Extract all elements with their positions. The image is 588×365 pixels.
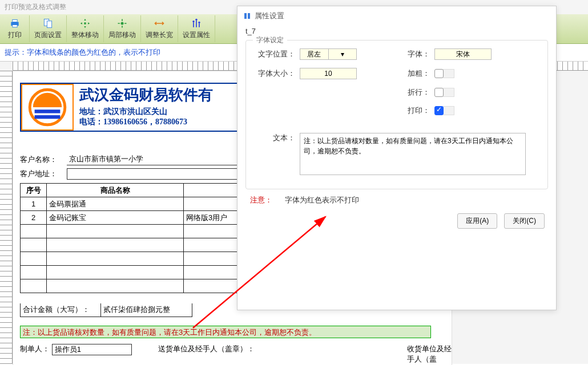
company-logo xyxy=(21,84,74,131)
svg-point-8 xyxy=(195,19,197,21)
company-text: 武汉金码财易软件有 地址：武汉市洪山区关山 电话：13986160656，878… xyxy=(74,84,219,131)
svg-rect-5 xyxy=(84,22,86,24)
company-address-line: 地址：武汉市洪山区关山 xyxy=(79,107,213,117)
address-value: 武汉市洪山区关山 xyxy=(103,107,167,116)
toolbar-move-part[interactable]: 局部移动 xyxy=(104,15,141,42)
cell-no: 2 xyxy=(21,211,47,225)
fieldset-legend: 字体设定 xyxy=(253,35,287,45)
dialog-buttons: 应用(A) 关闭(C) xyxy=(237,213,556,236)
toolbar-label: 局部移动 xyxy=(108,30,136,40)
cell-no: 1 xyxy=(21,197,47,211)
font-label: 字体： xyxy=(407,49,434,59)
printer-icon xyxy=(9,18,21,29)
dialog-title: 属性设置 xyxy=(255,11,284,21)
company-tel-line: 电话：13986160656，87880673 xyxy=(79,117,213,127)
footer-remark[interactable]: 注：以上货品请核对数量，如有质量问题，请在3天工作日内通知本公司，逾期恕不负责。 xyxy=(20,326,431,338)
customer-name-label: 客户名称： xyxy=(20,155,67,165)
maker-value: 操作员1 xyxy=(52,344,132,355)
maker-field: 制单人： 操作员1 xyxy=(20,344,132,355)
note-label: 注意： xyxy=(250,196,272,204)
logo-icon xyxy=(27,87,67,127)
checkbox-pad xyxy=(443,88,454,97)
size-label: 字体大小： xyxy=(255,68,300,79)
text-label: 文本： xyxy=(255,133,300,143)
close-button[interactable]: 关闭(C) xyxy=(504,213,545,229)
svg-rect-14 xyxy=(248,13,250,19)
property-icon xyxy=(191,18,202,29)
row-size-bold: 字体大小： 10 加粗： xyxy=(255,68,538,79)
property-dialog: 属性设置 t_7 字体设定 文字位置： 居左 ▾ 字体： 宋体 字体大小： 10 xyxy=(237,6,557,310)
receive-label: 收货单位及经手人（盖章）： xyxy=(407,344,452,365)
svg-rect-1 xyxy=(12,19,17,22)
bold-label: 加粗： xyxy=(407,68,434,79)
checkbox-pad xyxy=(443,106,454,115)
toolbar-resize[interactable]: 调整长宽 xyxy=(141,15,178,42)
wrap-label: 折行： xyxy=(407,87,434,98)
ruler-vertical xyxy=(0,71,13,364)
row-wrap: 折行： xyxy=(255,87,538,98)
company-name: 武汉金码财易软件有 xyxy=(79,85,213,105)
toolbar-page-setup[interactable]: 页面设置 xyxy=(30,15,67,42)
cell-name: 金码票据通 xyxy=(47,197,184,211)
resize-icon xyxy=(154,18,165,29)
row-position-font: 文字位置： 居左 ▾ 字体： 宋体 xyxy=(255,48,538,60)
dialog-title-bar[interactable]: 属性设置 xyxy=(237,6,556,26)
row-text: 文本： 注：以上货品请核对数量，如有质量问题，请在3天工作日内通知本公司，逾期恕… xyxy=(255,133,538,175)
move-all-icon xyxy=(79,18,91,29)
note-text: 字体为红色表示不打印 xyxy=(285,196,359,204)
pos-label: 文字位置： xyxy=(255,49,300,59)
page-icon xyxy=(42,18,54,29)
receive-field: 收货单位及经手人（盖章）： xyxy=(407,344,452,365)
row-print: 打印： xyxy=(255,106,538,116)
bold-checkbox[interactable] xyxy=(434,69,444,78)
chevron-down-icon: ▾ xyxy=(328,49,357,59)
col-name: 商品名称 xyxy=(47,184,184,197)
toolbar-move-all[interactable]: 整体移动 xyxy=(67,15,104,42)
font-name-field[interactable]: 宋体 xyxy=(434,48,492,60)
maker-label: 制单人： xyxy=(20,344,50,353)
address-label: 地址： xyxy=(79,107,103,116)
app-icon xyxy=(243,12,251,20)
toolbar-label: 设置属性 xyxy=(183,30,210,40)
text-content-field[interactable]: 注：以上货品请核对数量，如有质量问题，请在3天工作日内通知本公司，逾期恕不负责。 xyxy=(300,133,526,175)
total-label: 合计金额（大写）： xyxy=(20,303,101,317)
toolbar-label: 打印 xyxy=(8,30,22,40)
deliver-label: 送货单位及经手人（盖章）： xyxy=(158,344,255,353)
print-checkbox[interactable] xyxy=(434,106,444,115)
customer-name-row: 客户名称： 京山市新市镇第一小学 xyxy=(20,154,238,165)
cell-name: 金码记账宝 xyxy=(47,211,184,225)
apply-button[interactable]: 应用(A) xyxy=(457,213,497,229)
svg-rect-11 xyxy=(35,110,61,113)
svg-rect-4 xyxy=(47,21,51,28)
tel-label: 电话： xyxy=(79,117,103,126)
toolbar-print[interactable]: 打印 xyxy=(0,15,30,42)
combo-value: 居左 xyxy=(300,50,328,59)
toolbar-label: 调整长宽 xyxy=(146,30,173,40)
font-fieldset: 字体设定 文字位置： 居左 ▾ 字体： 宋体 字体大小： 10 加粗： xyxy=(245,40,548,189)
print-label: 打印： xyxy=(407,106,434,116)
col-no: 序号 xyxy=(21,184,47,197)
dialog-note: 注意： 字体为红色表示不打印 xyxy=(250,195,543,205)
font-size-field[interactable]: 10 xyxy=(300,68,357,79)
move-part-icon xyxy=(116,18,128,29)
checkbox-pad xyxy=(443,69,454,78)
svg-rect-13 xyxy=(244,13,247,19)
deliver-field: 送货单位及经手人（盖章）： xyxy=(158,344,255,354)
svg-point-7 xyxy=(192,21,194,22)
customer-name-value: 京山市新市镇第一小学 xyxy=(67,154,238,165)
wrap-checkbox[interactable] xyxy=(434,88,444,97)
customer-addr-label: 客户地址： xyxy=(20,169,67,179)
svg-point-6 xyxy=(121,22,124,25)
tel-value: 13986160656，87880673 xyxy=(103,117,187,126)
toolbar-property[interactable]: 设置属性 xyxy=(178,15,215,42)
toolbar-label: 整体移动 xyxy=(71,30,99,40)
toolbar-label: 页面设置 xyxy=(34,30,62,40)
total-value: 贰仟柒佰肆拾捌元整 xyxy=(101,303,192,317)
svg-point-9 xyxy=(198,22,200,23)
text-position-combo[interactable]: 居左 ▾ xyxy=(300,48,357,60)
svg-rect-12 xyxy=(35,115,61,119)
svg-rect-2 xyxy=(12,25,17,27)
